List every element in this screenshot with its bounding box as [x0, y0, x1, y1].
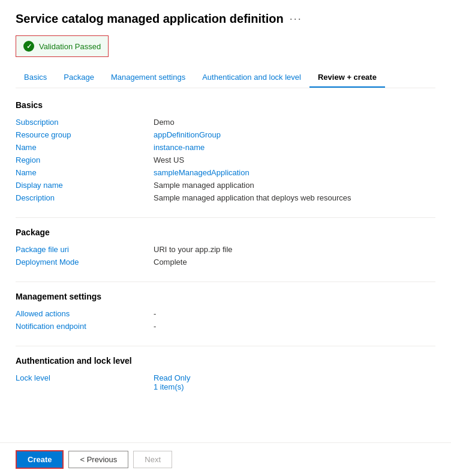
lock-level-label: Lock level	[16, 373, 148, 391]
management-section: Management settings Allowed actions - No…	[16, 292, 435, 333]
field-notification-endpoint: Notification endpoint -	[16, 320, 435, 333]
package-file-uri-value: URI to your app.zip file	[154, 245, 435, 254]
validation-text: Validation Passed	[39, 42, 101, 51]
field-package-file-uri: Package file uri URI to your app.zip fil…	[16, 243, 435, 256]
field-lock-level: Lock level Read Only 1 item(s)	[16, 372, 435, 393]
field-name-2: Name sampleManagedApplication	[16, 166, 435, 179]
management-section-title: Management settings	[16, 292, 435, 301]
create-button[interactable]: Create	[16, 450, 64, 469]
field-subscription: Subscription Demo	[16, 116, 435, 128]
field-description: Description Sample managed application t…	[16, 191, 435, 204]
field-region: Region West US	[16, 154, 435, 166]
name-2-value[interactable]: sampleManagedApplication	[154, 168, 435, 177]
basics-section: Basics Subscription Demo Resource group …	[16, 100, 435, 204]
subscription-label: Subscription	[16, 118, 148, 127]
allowed-actions-value: -	[154, 309, 435, 318]
region-value: West US	[154, 155, 435, 164]
name-1-label: Name	[16, 143, 148, 152]
tab-management-settings[interactable]: Management settings	[103, 68, 194, 88]
field-display-name: Display name Sample managed application	[16, 179, 435, 191]
subscription-value: Demo	[154, 118, 435, 127]
footer: Create < Previous Next	[0, 442, 451, 476]
notification-endpoint-value: -	[154, 322, 435, 331]
display-name-label: Display name	[16, 181, 148, 190]
display-name-value: Sample managed application	[154, 181, 435, 190]
allowed-actions-label: Allowed actions	[16, 309, 148, 318]
package-section: Package Package file uri URI to your app…	[16, 227, 435, 268]
page-title: Service catalog managed application defi…	[16, 12, 284, 26]
validation-check-icon	[23, 41, 34, 52]
basics-section-title: Basics	[16, 100, 435, 110]
description-label: Description	[16, 193, 148, 202]
resource-group-value[interactable]: appDefinitionGroup	[154, 130, 435, 139]
ellipsis-menu-icon[interactable]: ···	[290, 13, 302, 25]
package-section-title: Package	[16, 227, 435, 237]
package-file-uri-label: Package file uri	[16, 245, 148, 254]
tab-basics[interactable]: Basics	[16, 68, 55, 88]
lock-level-count: 1 item(s)	[154, 382, 190, 391]
field-name-1: Name instance-name	[16, 141, 435, 154]
deployment-mode-label: Deployment Mode	[16, 258, 148, 267]
deployment-mode-value: Complete	[154, 258, 435, 267]
field-resource-group: Resource group appDefinitionGroup	[16, 128, 435, 141]
tab-review-create[interactable]: Review + create	[309, 68, 385, 88]
field-deployment-mode: Deployment Mode Complete	[16, 256, 435, 268]
tab-package[interactable]: Package	[55, 68, 103, 88]
region-label: Region	[16, 155, 148, 164]
previous-button[interactable]: < Previous	[68, 451, 128, 468]
auth-section: Authentication and lock level Lock level…	[16, 356, 435, 393]
validation-banner: Validation Passed	[16, 35, 109, 57]
notification-endpoint-label: Notification endpoint	[16, 322, 148, 331]
name-1-value[interactable]: instance-name	[154, 143, 435, 152]
tabs-row: Basics Package Management settings Authe…	[16, 68, 435, 88]
tab-auth-lock-level[interactable]: Authentication and lock level	[194, 68, 309, 88]
lock-level-value: Read Only	[154, 373, 190, 382]
name-2-label: Name	[16, 168, 148, 177]
next-button: Next	[133, 451, 172, 468]
field-allowed-actions: Allowed actions -	[16, 307, 435, 320]
resource-group-label: Resource group	[16, 130, 148, 139]
description-value: Sample managed application that deploys …	[154, 193, 435, 202]
auth-section-title: Authentication and lock level	[16, 356, 435, 366]
